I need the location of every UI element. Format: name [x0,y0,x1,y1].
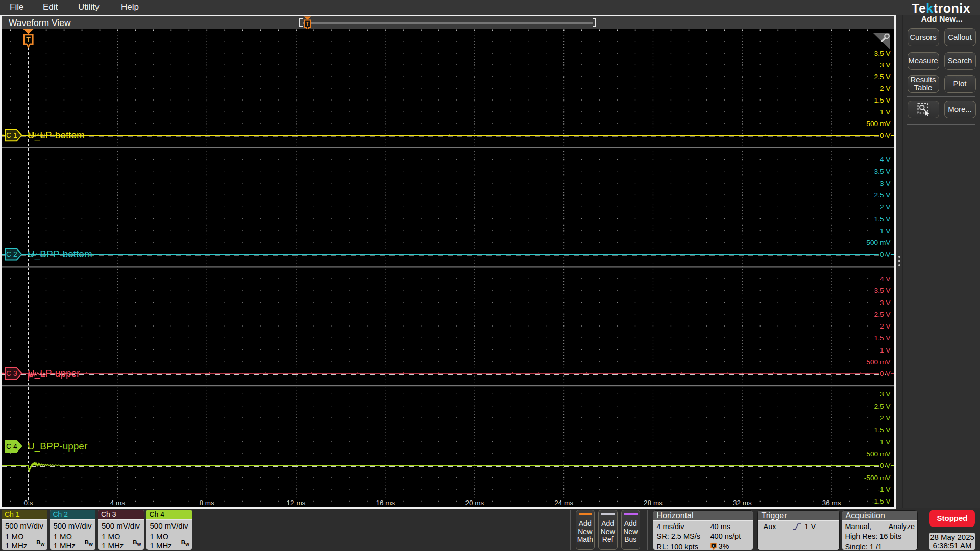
svg-text:16 ms: 16 ms [376,499,395,507]
svg-text:12 ms: 12 ms [287,499,306,507]
svg-text:0 V: 0 V [880,370,891,378]
svg-text:36 ms: 36 ms [822,499,841,507]
svg-text:500 mV: 500 mV [866,450,891,458]
svg-text:-1 V: -1 V [877,486,891,493]
svg-text:C 3: C 3 [6,369,17,378]
svg-text:1 V: 1 V [880,438,891,446]
svg-text:1 V: 1 V [880,108,891,116]
svg-text:0 V: 0 V [880,462,891,469]
svg-text:2 V: 2 V [880,322,891,330]
svg-text:1 V: 1 V [880,346,891,354]
svg-text:3 V: 3 V [880,61,891,69]
svg-text:24 ms: 24 ms [554,499,573,507]
svg-text:0 s: 0 s [23,499,33,507]
svg-text:500 mV: 500 mV [866,239,891,246]
svg-text:2.5 V: 2.5 V [874,73,891,81]
svg-text:20 ms: 20 ms [465,499,484,507]
svg-text:1.5 V: 1.5 V [874,426,891,434]
svg-text:3 V: 3 V [880,180,891,187]
svg-text:2 V: 2 V [880,85,891,92]
svg-text:3.5 V: 3.5 V [874,168,891,176]
svg-text:T: T [26,36,31,44]
svg-text:2 V: 2 V [880,414,891,422]
svg-text:U_LP-bottom: U_LP-bottom [28,130,85,141]
svg-text:4 V: 4 V [880,275,891,283]
svg-text:32 ms: 32 ms [733,499,752,507]
svg-text:U_BPP-bottom: U_BPP-bottom [28,248,92,260]
svg-text:U_BPP-upper: U_BPP-upper [28,441,88,452]
svg-text:T: T [712,543,715,548]
svg-text:2.5 V: 2.5 V [874,191,891,199]
svg-text:U_LP-upper: U_LP-upper [28,368,80,379]
svg-text:8 ms: 8 ms [200,499,215,507]
svg-text:-1.5 V: -1.5 V [872,497,891,505]
svg-text:C 4: C 4 [6,442,17,450]
svg-text:2.5 V: 2.5 V [874,403,891,410]
svg-text:1 V: 1 V [880,227,891,235]
svg-text:3.5 V: 3.5 V [874,49,891,57]
svg-text:1.5 V: 1.5 V [874,334,891,342]
svg-text:3 V: 3 V [880,390,891,398]
svg-text:2.5 V: 2.5 V [874,311,891,318]
svg-text:1.5 V: 1.5 V [874,96,891,104]
svg-text:3.5 V: 3.5 V [874,287,891,294]
svg-text:4 V: 4 V [880,156,891,163]
svg-text:500 mV: 500 mV [866,120,891,128]
svg-text:0 V: 0 V [880,251,891,258]
svg-text:1.5 V: 1.5 V [874,215,891,223]
svg-text:4 ms: 4 ms [110,499,126,507]
svg-text:C 2: C 2 [6,250,17,258]
svg-text:500 mV: 500 mV [866,358,891,366]
svg-text:C 1: C 1 [6,131,17,139]
svg-text:2 V: 2 V [880,203,891,211]
svg-text:T: T [306,21,309,27]
svg-text:3 V: 3 V [880,299,891,307]
svg-text:0 V: 0 V [880,132,891,139]
svg-text:-500 mV: -500 mV [864,474,891,482]
svg-text:28 ms: 28 ms [644,499,663,507]
